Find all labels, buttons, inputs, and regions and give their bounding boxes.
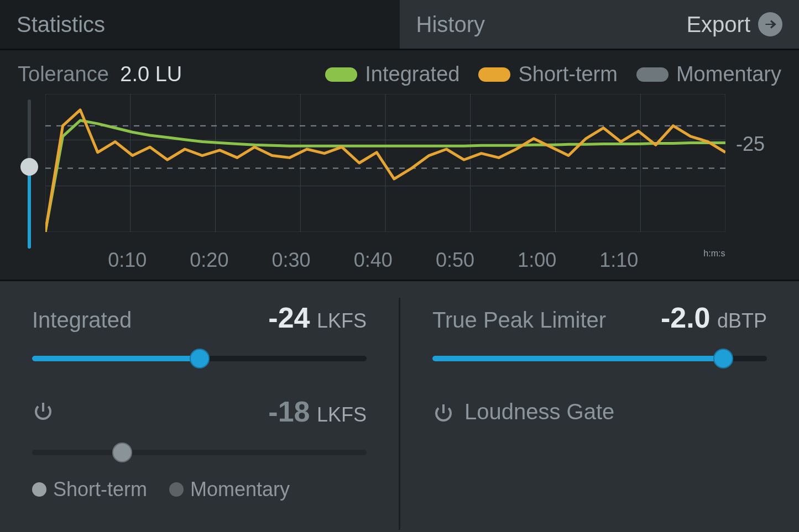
swatch-icon <box>325 67 357 82</box>
radio-dot-icon <box>169 482 184 497</box>
legend-short-term[interactable]: Short-term <box>478 62 617 86</box>
swatch-icon <box>478 67 510 82</box>
secondary-unit: LKFS <box>317 403 367 426</box>
chart-header: Tolerance 2.0 LU Integrated Short-term M… <box>13 62 786 94</box>
slider-thumb[interactable] <box>713 349 733 368</box>
chart-legend: Integrated Short-term Momentary <box>325 62 781 86</box>
true-peak-column: True Peak Limiter -2.0 dBTP Loudness Gat… <box>400 281 799 532</box>
x-axis-unit: h:m:s <box>703 249 725 259</box>
x-tick-label: 1:10 <box>599 249 638 272</box>
export-button[interactable]: Export <box>686 12 782 37</box>
slider-thumb[interactable] <box>20 158 38 176</box>
tab-label: Statistics <box>17 12 105 37</box>
radio-momentary[interactable]: Momentary <box>169 478 290 501</box>
legend-label: Integrated <box>365 62 459 86</box>
true-peak-slider[interactable] <box>432 347 767 370</box>
plot-svg <box>45 94 725 232</box>
true-peak-value[interactable]: -2.0 <box>661 302 711 334</box>
tab-label: History <box>416 12 485 37</box>
arrow-right-icon <box>758 12 782 36</box>
radio-short-term[interactable]: Short-term <box>32 478 147 501</box>
integrated-value[interactable]: -24 <box>268 302 310 334</box>
integrated-label: Integrated <box>32 308 132 333</box>
swatch-icon <box>636 67 669 82</box>
x-tick-label: 0:50 <box>436 249 474 272</box>
integrated-slider[interactable] <box>32 347 367 370</box>
tolerance-value[interactable]: 2.0 LU <box>120 62 182 86</box>
y-axis-tick: -25 <box>736 94 786 156</box>
legend-label: Short-term <box>518 62 617 86</box>
tab-history[interactable]: History Export <box>400 0 800 49</box>
tolerance-label: Tolerance <box>18 62 109 86</box>
secondary-slider[interactable] <box>32 441 367 463</box>
integrated-column: Integrated -24 LKFS -18 LKFS <box>0 281 399 532</box>
history-chart-panel: Tolerance 2.0 LU Integrated Short-term M… <box>0 50 799 280</box>
legend-momentary[interactable]: Momentary <box>636 62 781 86</box>
slider-track <box>32 450 367 455</box>
tab-bar: Statistics History Export <box>0 0 799 50</box>
secondary-value[interactable]: -18 <box>268 396 310 428</box>
x-tick-label: 1:00 <box>518 249 556 272</box>
x-axis: 0:100:200:300:400:501:001:10 h:m:s <box>45 249 736 274</box>
secondary-mode-radios: Short-term Momentary <box>32 478 367 501</box>
x-tick-label: 0:30 <box>272 249 311 272</box>
power-icon[interactable] <box>32 399 54 422</box>
legend-integrated[interactable]: Integrated <box>325 62 459 86</box>
slider-fill <box>28 167 31 249</box>
true-peak-label: True Peak Limiter <box>432 308 606 333</box>
y-tick-label: -25 <box>736 133 786 156</box>
loudness-history-plot[interactable] <box>45 94 736 232</box>
legend-label: Momentary <box>676 62 781 86</box>
radio-label: Short-term <box>53 478 147 501</box>
controls-panel: Integrated -24 LKFS -18 LKFS <box>0 280 799 532</box>
x-tick-label: 0:10 <box>108 249 147 272</box>
export-label: Export <box>686 12 750 37</box>
power-icon <box>432 401 455 423</box>
x-tick-label: 0:20 <box>190 249 228 272</box>
radio-dot-icon <box>32 482 46 497</box>
integrated-unit: LKFS <box>317 309 367 332</box>
slider-fill <box>32 356 200 361</box>
loudness-gate-toggle[interactable]: Loudness Gate <box>432 399 767 424</box>
slider-thumb[interactable] <box>190 349 210 368</box>
slider-fill <box>432 356 723 361</box>
true-peak-unit: dBTP <box>717 309 767 332</box>
loudness-gate-label: Loudness Gate <box>464 399 614 424</box>
x-tick-label: 0:40 <box>354 249 393 272</box>
tab-statistics[interactable]: Statistics <box>0 0 400 49</box>
slider-thumb[interactable] <box>112 443 132 462</box>
target-vertical-slider[interactable] <box>13 99 45 249</box>
radio-label: Momentary <box>190 478 290 501</box>
